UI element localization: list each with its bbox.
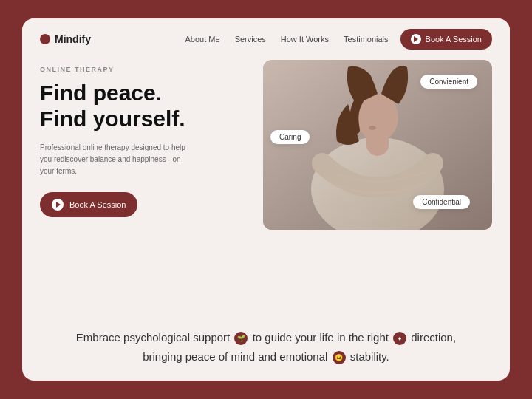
logo-icon <box>40 34 50 44</box>
main-card: Mindify About Me Services How It Works T… <box>22 18 510 381</box>
nav-services[interactable]: Services <box>235 35 266 44</box>
play-icon <box>411 34 421 44</box>
hero-left: ONLINE THERAPY Find peace. Find yourself… <box>40 60 248 303</box>
bottom-text-part4: stability. <box>350 350 389 363</box>
leaf-icon: 🌱 <box>234 332 248 345</box>
bottom-text-part1: Embrace psychological support <box>76 331 230 344</box>
bottom-text: Embrace psychological support 🌱 to guide… <box>59 328 473 366</box>
hero-book-session-button[interactable]: Book A Session <box>40 192 137 217</box>
nav-about[interactable]: About Me <box>185 35 220 44</box>
nav-how-it-works[interactable]: How It Works <box>281 35 329 44</box>
tag-caring: Caring <box>270 130 310 144</box>
svg-point-4 <box>369 126 376 130</box>
headline-line2: Find yourself. <box>40 106 248 132</box>
logo: Mindify <box>40 33 91 45</box>
headline: Find peace. Find yourself. <box>40 81 248 132</box>
nav-book-session-button[interactable]: Book A Session <box>400 29 492 50</box>
bottom-text-part2: to guide your life in the right <box>253 331 389 344</box>
hero-image: Convienient Caring Confidential <box>263 60 492 230</box>
diamond-icon: ♦ <box>393 332 406 345</box>
headline-line1: Find peace. <box>40 81 248 106</box>
tag-confidential: Confidential <box>413 195 470 209</box>
nav-links: About Me Services How It Works Testimoni… <box>185 35 389 44</box>
bottom-section: Embrace psychological support 🌱 to guide… <box>22 315 510 381</box>
nav-testimonials[interactable]: Testimonials <box>344 35 389 44</box>
hero-image-container: Convienient Caring Confidential <box>263 60 492 303</box>
navbar: Mindify About Me Services How It Works T… <box>22 18 510 60</box>
hero-book-label: Book A Session <box>69 200 126 209</box>
logo-text: Mindify <box>55 33 91 45</box>
face-icon: 😐 <box>332 351 346 364</box>
main-content: ONLINE THERAPY Find peace. Find yourself… <box>22 60 510 315</box>
play-icon-left <box>52 199 64 211</box>
nav-book-label: Book A Session <box>426 35 482 44</box>
section-label: ONLINE THERAPY <box>40 66 248 73</box>
tag-convenient: Convienient <box>420 75 477 89</box>
hero-subtext: Professional online therapy designed to … <box>40 142 188 177</box>
